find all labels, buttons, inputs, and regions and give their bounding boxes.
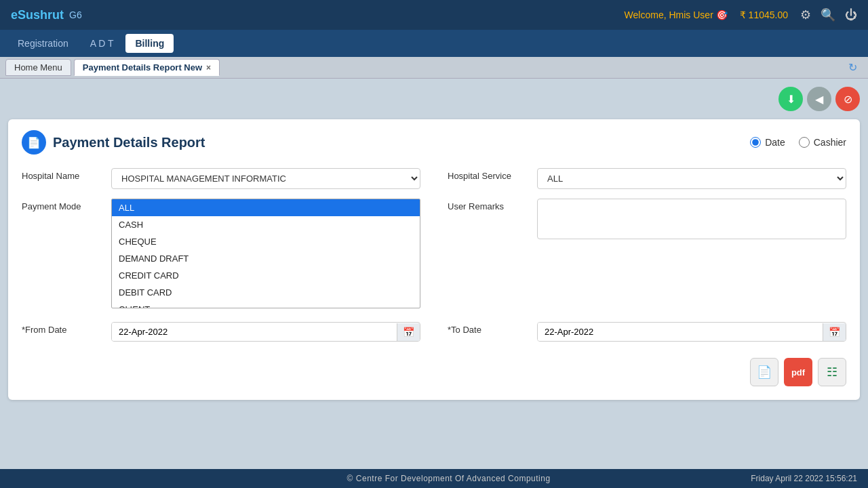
- word-export-button[interactable]: 📄: [750, 358, 778, 386]
- export-buttons: 📄 pdf ☷: [22, 358, 846, 386]
- radio-date[interactable]: Date: [750, 137, 785, 148]
- menubar: Registration A D T Billing: [0, 30, 868, 57]
- radio-group: Date Cashier: [750, 137, 846, 148]
- menu-adt[interactable]: A D T: [81, 34, 123, 53]
- radio-cashier[interactable]: Cashier: [799, 137, 846, 148]
- menu-registration[interactable]: Registration: [8, 34, 78, 53]
- pdf-label: pdf: [791, 367, 805, 378]
- user-remarks-row: User Remarks: [448, 199, 846, 239]
- payment-mode-list: ALL CASH CHEQUE DEMAND DRAFT CREDIT CARD…: [112, 199, 420, 308]
- hospital-name-select[interactable]: HOSPITAL MANAGEMENT INFORMATIC: [111, 168, 420, 189]
- payment-option-client[interactable]: CLIENT: [112, 301, 420, 308]
- date-row-grid: *From Date 📅 *To Date 📅: [22, 322, 846, 342]
- to-date-input[interactable]: [538, 323, 823, 341]
- excel-export-button[interactable]: ☷: [818, 358, 846, 386]
- hospital-service-label: Hospital Service: [448, 168, 529, 181]
- radio-cashier-input[interactable]: [799, 137, 810, 148]
- from-date-wrap: 📅: [111, 322, 420, 342]
- action-buttons: ⬇ ◀ ⊘: [8, 87, 860, 111]
- hospital-name-row: Hospital Name HOSPITAL MANAGEMENT INFORM…: [22, 168, 420, 189]
- pdf-export-button[interactable]: pdf: [784, 358, 812, 386]
- hospital-service-select[interactable]: ALL: [537, 168, 846, 189]
- hospital-service-row: Hospital Service ALL: [448, 168, 846, 189]
- hospital-service-control: ALL: [537, 168, 846, 189]
- user-remarks-control: [537, 199, 846, 239]
- to-date-calendar-icon[interactable]: 📅: [823, 323, 846, 341]
- payment-option-cash[interactable]: CASH: [112, 216, 420, 233]
- hospital-name-label: Hospital Name: [22, 168, 103, 181]
- to-date-row: *To Date 📅: [448, 322, 846, 342]
- radio-date-input[interactable]: [750, 137, 761, 148]
- panel-header: 📄 Payment Details Report Date Cashier: [22, 130, 846, 155]
- refresh-icon[interactable]: ↻: [843, 58, 863, 77]
- payment-option-credit-card[interactable]: CREDIT CARD: [112, 267, 420, 284]
- tab-payment-label: Payment Details Report New: [83, 62, 202, 73]
- topbar: eSushrut G6 Welcome, Hmis User 🎯 ₹ 11045…: [0, 0, 868, 30]
- payment-option-demand-draft[interactable]: DEMAND DRAFT: [112, 250, 420, 267]
- download-button[interactable]: ⬇: [778, 87, 803, 111]
- to-date-wrap: 📅: [537, 322, 846, 342]
- footer: © Centre For Development Of Advanced Com…: [0, 469, 868, 488]
- topbar-right: Welcome, Hmis User 🎯 ₹ 11045.00 ⚙ 🔍 ⏻: [625, 7, 857, 22]
- tab-payment-details[interactable]: Payment Details Report New ×: [74, 59, 220, 76]
- from-date-label: *From Date: [22, 322, 103, 335]
- payment-mode-label: Payment Mode: [22, 199, 103, 211]
- search-icon[interactable]: 🔍: [821, 7, 835, 22]
- footer-datetime: Friday April 22 2022 15:56:21: [751, 474, 857, 483]
- to-date-label: *To Date: [448, 322, 529, 335]
- payment-mode-dropdown[interactable]: ALL CASH CHEQUE DEMAND DRAFT CREDIT CARD…: [111, 199, 420, 308]
- from-date-calendar-icon[interactable]: 📅: [397, 323, 420, 341]
- payment-mode-control: ALL CASH CHEQUE DEMAND DRAFT CREDIT CARD…: [111, 199, 420, 308]
- app-subtitle: G6: [69, 9, 82, 20]
- left-column: Hospital Name HOSPITAL MANAGEMENT INFORM…: [22, 168, 420, 308]
- payment-option-all[interactable]: ALL: [112, 199, 420, 216]
- excel-icon: ☷: [827, 365, 837, 380]
- report-panel: 📄 Payment Details Report Date Cashier: [8, 119, 860, 400]
- from-date-control: 📅: [111, 322, 420, 342]
- user-remarks-input[interactable]: [537, 199, 846, 239]
- user-remarks-label: User Remarks: [448, 199, 529, 211]
- balance-text: ₹ 11045.00: [740, 9, 788, 20]
- power-icon[interactable]: ⏻: [845, 8, 857, 22]
- tabbar: Home Menu Payment Details Report New × ↻: [0, 57, 868, 79]
- form-grid: Hospital Name HOSPITAL MANAGEMENT INFORM…: [22, 168, 846, 308]
- tab-home-label: Home Menu: [14, 62, 62, 73]
- back-button[interactable]: ◀: [807, 87, 831, 111]
- welcome-text: Welcome, Hmis User 🎯: [625, 9, 728, 20]
- word-icon: 📄: [757, 365, 772, 380]
- tab-close-icon[interactable]: ×: [206, 63, 211, 73]
- radio-cashier-label: Cashier: [814, 137, 846, 148]
- topbar-icons: ⚙ 🔍 ⏻: [800, 7, 857, 22]
- right-column: Hospital Service ALL User Remarks: [448, 168, 846, 308]
- main-area: ⬇ ◀ ⊘ 📄 Payment Details Report Date Cash…: [0, 79, 868, 469]
- hospital-name-control: HOSPITAL MANAGEMENT INFORMATIC: [111, 168, 420, 189]
- tab-home[interactable]: Home Menu: [5, 59, 71, 76]
- app-title: eSushrut: [11, 8, 64, 22]
- panel-icon: 📄: [22, 130, 46, 155]
- payment-option-cheque[interactable]: CHEQUE: [112, 233, 420, 250]
- menu-billing[interactable]: Billing: [125, 34, 174, 53]
- page-title: Payment Details Report: [53, 135, 205, 150]
- to-date-control: 📅: [537, 322, 846, 342]
- cancel-button[interactable]: ⊘: [835, 87, 860, 111]
- gear-icon[interactable]: ⚙: [800, 7, 811, 22]
- from-date-input[interactable]: [112, 323, 397, 341]
- payment-option-debit-card[interactable]: DEBIT CARD: [112, 284, 420, 301]
- panel-title-group: 📄 Payment Details Report: [22, 130, 205, 155]
- radio-date-label: Date: [765, 137, 785, 148]
- from-date-row: *From Date 📅: [22, 322, 420, 342]
- payment-mode-row: Payment Mode ALL CASH CHEQUE DEMAND DRAF…: [22, 199, 420, 308]
- topbar-left: eSushrut G6: [11, 8, 82, 22]
- footer-center: © Centre For Development Of Advanced Com…: [146, 474, 751, 483]
